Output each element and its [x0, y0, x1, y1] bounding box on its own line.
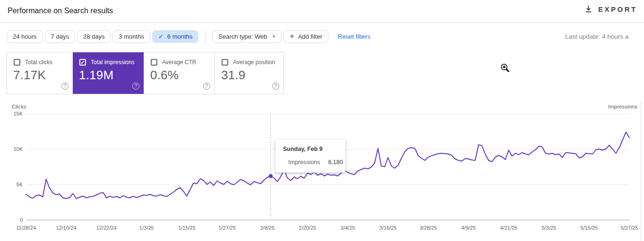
export-label: EXPORT: [598, 5, 637, 13]
selected-point-dot: [269, 174, 273, 178]
add-filter-button[interactable]: + Add filter: [283, 30, 328, 43]
x-tick-label: 3/16/25: [379, 225, 397, 231]
x-tick-label: 2/20/25: [299, 225, 317, 231]
x-tick-label: 5/3/25: [541, 225, 556, 231]
range-chip-28-days[interactable]: 28 days: [77, 30, 111, 43]
reset-filters-link[interactable]: Reset filters: [338, 33, 370, 40]
right-edge-line: [641, 101, 641, 241]
metric-cards-panel: Total clicks 7.17K ? ✓ Total impressions…: [7, 52, 284, 94]
y-tick-0: 0: [0, 217, 23, 223]
export-button[interactable]: EXPORT: [584, 5, 644, 13]
tooltip-series-label: Impressions: [288, 159, 320, 166]
help-icon[interactable]: ?: [272, 83, 279, 90]
check-icon: ✓: [158, 33, 163, 40]
zoom-in-cursor-icon: [500, 63, 511, 74]
x-tick-label: 1/15/25: [178, 225, 196, 231]
metric-card-average-position[interactable]: Average position 31.9 ?: [215, 52, 283, 94]
chevron-down-icon: ▼: [272, 34, 275, 39]
plus-icon: +: [290, 32, 294, 41]
page-title: Performance on Search results: [8, 7, 113, 15]
last-update-text: Last update: 4 hours a: [565, 33, 644, 40]
filter-separator: [205, 30, 206, 42]
range-chip-7-days[interactable]: 7 days: [45, 30, 75, 43]
range-chip-6-months[interactable]: ✓ 6 months: [152, 30, 198, 43]
x-tick-label: 3/4/25: [341, 225, 355, 231]
checkbox-average-position[interactable]: [222, 59, 228, 66]
x-tick-label: 4/9/25: [461, 225, 476, 231]
download-icon: [584, 5, 592, 13]
x-tick-label: 5/27/25: [621, 225, 638, 231]
checkbox-total-clicks[interactable]: [14, 59, 20, 66]
range-chip-24-hours[interactable]: 24 hours: [7, 30, 43, 43]
x-tick-label: 1/3/25: [139, 225, 154, 231]
average-ctr-value: 0.6%: [150, 68, 179, 83]
x-tick-label: 3/28/25: [420, 225, 437, 231]
x-axis-line: [26, 220, 630, 220]
x-axis-labels: 11/28/2412/10/2412/22/241/3/251/15/251/2…: [26, 225, 630, 232]
total-clicks-value: 7.17K: [13, 68, 46, 83]
left-axis-title: Clicks: [12, 104, 26, 109]
x-tick-label: 12/22/24: [96, 225, 117, 231]
x-tick-label: 1/27/25: [218, 225, 236, 231]
x-tick-label: 11/28/24: [16, 225, 36, 231]
y-tick-10k: 10K: [0, 146, 23, 152]
x-tick-label: 12/10/24: [56, 225, 77, 231]
x-tick-label: 5/15/25: [581, 225, 598, 231]
tooltip-date: Sunday, Feb 9: [283, 146, 338, 152]
range-chip-3-months[interactable]: 3 months: [112, 30, 150, 43]
help-icon[interactable]: ?: [61, 83, 69, 90]
help-icon[interactable]: ?: [203, 83, 210, 90]
help-icon[interactable]: ?: [132, 83, 139, 90]
metric-card-total-clicks[interactable]: Total clicks 7.17K ?: [7, 52, 73, 94]
metric-card-average-ctr[interactable]: Average CTR 0.6% ?: [144, 52, 215, 94]
x-tick-label: 4/21/25: [500, 225, 517, 231]
header-divider: [0, 22, 644, 23]
total-impressions-value: 1.19M: [79, 68, 113, 83]
filter-bar: 24 hours 7 days 28 days 3 months ✓ 6 mon…: [7, 30, 370, 43]
average-position-value: 31.9: [221, 68, 245, 83]
y-tick-5k: 5K: [0, 182, 23, 187]
right-axis-title: Impressions: [608, 104, 637, 109]
checkbox-average-ctr[interactable]: [151, 59, 157, 66]
x-tick-label: 2/8/25: [260, 225, 275, 231]
checkbox-total-impressions[interactable]: ✓: [79, 59, 86, 66]
search-type-dropdown[interactable]: Search type: Web ▼: [212, 30, 282, 43]
tooltip-value: 6,180: [328, 159, 343, 166]
metric-card-total-impressions[interactable]: ✓ Total impressions 1.19M ?: [73, 52, 144, 94]
y-tick-15k: 15K: [0, 111, 23, 116]
chart-tooltip: Sunday, Feb 9 Impressions 6,180: [275, 140, 345, 173]
